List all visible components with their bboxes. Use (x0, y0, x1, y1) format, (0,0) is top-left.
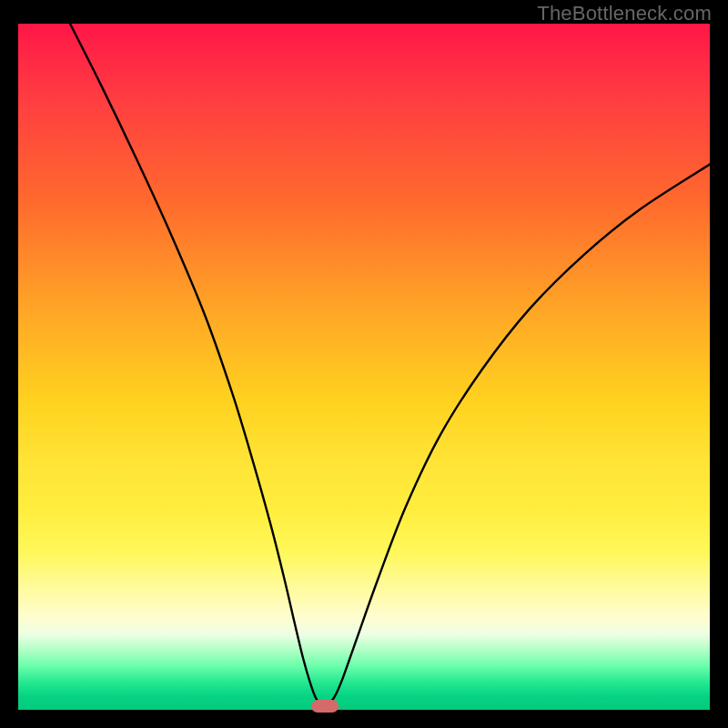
minimum-marker (311, 700, 339, 713)
curve-path (70, 24, 710, 705)
watermark-text: TheBottleneck.com (537, 2, 712, 25)
bottleneck-curve (18, 24, 710, 710)
bottleneck-chart: TheBottleneck.com (0, 0, 728, 728)
